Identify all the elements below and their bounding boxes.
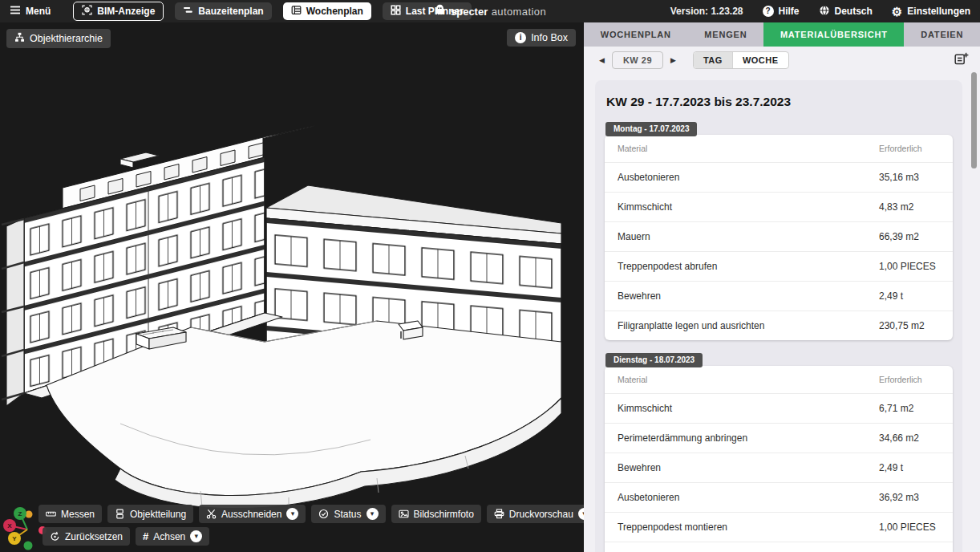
material-name: Ausbetonieren [618, 172, 879, 183]
view-switcher: BIM-Anzeige Bauzeitenplan Wochenplan [73, 2, 472, 21]
day-section: Dienstag - 18.07.2023 Material Erforderl… [605, 351, 953, 552]
status-check-icon [318, 509, 329, 519]
object-hierarchy-button[interactable]: Objekthierarchie [6, 29, 111, 48]
menu-button[interactable]: Menü [10, 5, 51, 18]
nav-bauzeitenplan[interactable]: Bauzeitenplan [175, 2, 271, 20]
table-row: Treppenpodest abrufen1,00 PIECES [605, 251, 953, 281]
material-table-header: Material Erforderlich [605, 135, 953, 162]
button-label: Status [334, 509, 361, 520]
week-heading: KW 29 - 17.7.2023 bis 23.7.2023 [606, 95, 953, 109]
material-quantity: 2,49 t [879, 290, 940, 302]
measure-button[interactable]: Messen [38, 505, 102, 523]
bim-viewport[interactable]: Objekthierarchie i Info Box Z X Y [0, 22, 584, 552]
chevron-down-icon[interactable]: ▾ [286, 508, 298, 520]
help-button[interactable]: ? Hilfe [763, 6, 800, 17]
button-label: Ausschneiden [221, 509, 281, 520]
material-quantity: 230,75 m2 [879, 320, 940, 331]
week-select-button[interactable]: KW 29 [612, 51, 663, 69]
material-quantity: 4,83 m2 [879, 201, 940, 213]
nav-bim-anzeige[interactable]: BIM-Anzeige [73, 2, 164, 21]
material-table: Material Erforderlich Kimmschicht6,71 m2… [605, 366, 953, 552]
panel-tabs: WOCHENPLAN MENGEN MATERIALÜBERSICHT DATE… [584, 22, 980, 47]
nav-wochenplan[interactable]: Wochenplan [283, 2, 371, 20]
tab-dateien[interactable]: DATEIEN [904, 22, 980, 47]
status-button[interactable]: Status ▾ [311, 505, 385, 523]
tab-materialuebersicht[interactable]: MATERIALÜBERSICHT [763, 22, 904, 47]
previous-week-button[interactable]: ◀ [595, 55, 609, 66]
days-container: Montag - 17.07.2023 Material Erforderlic… [605, 120, 953, 552]
gantt-icon [183, 5, 193, 18]
required-col-header: Erforderlich [879, 144, 940, 153]
object-split-button[interactable]: Objektteilung [107, 505, 193, 523]
table-row: Tronsolenlager und Dämmung einbauen0,47 … [605, 542, 953, 552]
button-label: Messen [61, 509, 95, 520]
next-week-button[interactable]: ▶ [666, 55, 680, 66]
nav-label: Wochenplan [306, 6, 363, 17]
nav-label: BIM-Anzeige [97, 6, 155, 17]
ghost-icon [434, 3, 446, 20]
info-box-button[interactable]: i Info Box [507, 29, 576, 47]
button-label: Objektteilung [130, 509, 186, 520]
bim-model[interactable] [0, 22, 584, 552]
table-row: Kimmschicht6,71 m2 [605, 393, 953, 423]
week-plan-icon [291, 5, 302, 18]
gear-icon: ⚙ [892, 6, 902, 18]
add-note-icon[interactable] [954, 52, 969, 68]
button-label: Zurücksetzen [65, 531, 123, 542]
table-row: Ausbetonieren35,16 m3 [605, 162, 953, 192]
table-row: Mauern66,39 m2 [605, 221, 953, 251]
screenshot-button[interactable]: Bildschirmfoto [391, 505, 481, 523]
ruler-icon [46, 509, 56, 519]
toggle-tag[interactable]: TAG [694, 52, 733, 68]
chevron-down-icon[interactable]: ▾ [578, 508, 584, 520]
table-row: Filigranplatte legen und ausrichten230,7… [605, 310, 953, 340]
material-quantity: 36,92 m3 [879, 492, 940, 503]
settings-button[interactable]: ⚙ Einstellungen [892, 6, 970, 18]
brand-suffix: automation [492, 6, 546, 18]
language-button[interactable]: Deutsch [819, 5, 873, 18]
scrollbar-thumb[interactable] [971, 72, 977, 168]
material-col-header: Material [618, 144, 879, 153]
material-table-body: Kimmschicht6,71 m2Perimeterdämmung anbri… [605, 393, 953, 552]
topbar-right: Version: 1.23.28 ? Hilfe Deutsch ⚙ Einst… [670, 5, 970, 18]
material-table: Material Erforderlich Ausbetonieren35,16… [605, 135, 953, 340]
nav-label: Bauzeitenplan [198, 6, 263, 17]
material-name: Ausbetonieren [618, 492, 879, 503]
reset-view-button[interactable]: Zurücksetzen [43, 527, 130, 546]
object-split-icon [115, 509, 125, 519]
material-col-header: Material [618, 375, 879, 384]
week-navigation: ◀ KW 29 ▶ TAG WOCHE [584, 47, 980, 74]
printer-icon [494, 509, 504, 519]
app-window: Menü BIM-Anzeige Bauzeitenplan [0, 0, 980, 552]
globe-icon [819, 5, 830, 18]
menu-label: Menü [26, 6, 51, 17]
axes-icon: # [143, 531, 148, 542]
chevron-down-icon[interactable]: ▾ [190, 530, 202, 542]
material-name: Bewehren [618, 462, 879, 473]
axes-button[interactable]: # Achsen ▾ [136, 527, 209, 546]
panel-scroll-area[interactable]: KW 29 - 17.7.2023 bis 23.7.2023 Montag -… [584, 74, 980, 552]
material-quantity: 34,66 m2 [879, 432, 940, 444]
toggle-woche[interactable]: WOCHE [733, 52, 788, 68]
brand-logo: specter automation [434, 3, 546, 20]
tab-mengen[interactable]: MENGEN [688, 22, 764, 47]
side-panel: WOCHENPLAN MENGEN MATERIALÜBERSICHT DATE… [584, 22, 980, 552]
day-badge: Dienstag - 18.07.2023 [605, 353, 703, 367]
version-label: Version: 1.23.28 [670, 6, 743, 17]
brand-name: specter [451, 6, 488, 18]
hamburger-icon [10, 5, 21, 18]
table-row: Bewehren2,49 t [605, 453, 953, 482]
material-quantity: 2,49 t [879, 462, 940, 473]
day-week-toggle: TAG WOCHE [693, 51, 789, 69]
settings-label: Einstellungen [907, 6, 970, 17]
print-preview-button[interactable]: Druckvorschau ▾ [487, 505, 584, 523]
tab-wochenplan[interactable]: WOCHENPLAN [584, 22, 688, 47]
chevron-down-icon[interactable]: ▾ [366, 508, 379, 520]
day-badge: Montag - 17.07.2023 [605, 122, 697, 136]
table-row: Perimeterdämmung anbringen34,66 m2 [605, 423, 953, 453]
help-icon: ? [763, 6, 774, 17]
cut-button[interactable]: Ausschneiden ▾ [199, 505, 306, 523]
material-name: Treppenpodest montieren [618, 522, 879, 533]
table-row: Treppenpodest montieren1,00 PIECES [605, 512, 953, 542]
table-row: Kimmschicht4,83 m2 [605, 192, 953, 221]
